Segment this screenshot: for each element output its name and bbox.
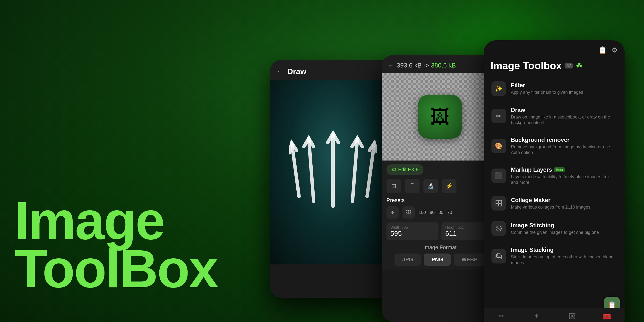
- menu-item-image-stacking[interactable]: Image Stacking Stack images on top of ea…: [488, 242, 621, 270]
- image-format-section: Image Format JPG PNG WEBP: [386, 244, 494, 266]
- draw-icon: ✏: [492, 109, 506, 123]
- draw-text: Draw Draw on image like in a sketchbook,…: [511, 106, 617, 126]
- image-quality-icon: 🖼: [402, 206, 415, 218]
- toolbox-menu-list: ✨ Filter Apply any filter chain to given…: [484, 76, 624, 272]
- image-format-title: Image Format: [386, 244, 494, 250]
- editor-back-icon[interactable]: ←: [388, 62, 394, 69]
- clover-icon: ☘: [576, 61, 583, 70]
- collage-maker-desc: Make various collages from 2..10 images: [511, 204, 617, 210]
- quality-numbers: 100 90 80 70: [418, 210, 452, 215]
- file-size-before: 393.6 kB ->: [397, 62, 431, 69]
- svg-rect-7: [496, 204, 498, 206]
- nav-image[interactable]: 🖼 Image: [554, 312, 589, 322]
- color-pick-tool[interactable]: 🔬: [424, 179, 438, 193]
- editor-header: ← 393.6 kB -> 380.6 kB: [382, 55, 498, 73]
- nav-create-icon: ✦: [534, 312, 539, 320]
- menu-item-bg-remover[interactable]: 🎨 Background remover Remove background f…: [488, 132, 621, 160]
- app-title-line2: ToolBox: [14, 245, 218, 293]
- editor-controls: 🏷 Edit EXIF ↺ ⊡ ⌒ 🔬 ⚡ Presets ℹ ✈ 🖼 100: [382, 160, 498, 270]
- filter-title: Filter: [511, 82, 617, 89]
- menu-item-image-stitching[interactable]: Image Stitching Combine the given images…: [488, 216, 621, 241]
- markup-layers-title: Markup Layers Beta: [511, 166, 617, 173]
- toolbox-title-row: Image Toolbox 67 ☘: [484, 58, 624, 76]
- image-stitching-desc: Combine the given images to get one big …: [511, 230, 617, 235]
- markup-layers-icon: ⬛: [492, 168, 506, 183]
- markup-layers-text: Markup Layers Beta Layers mode with abil…: [511, 166, 617, 186]
- file-size-after: 380.6 kB: [431, 62, 456, 69]
- svg-rect-8: [499, 204, 502, 206]
- markup-layers-desc: Layers mode with ability to freely place…: [511, 174, 617, 186]
- phone-draw: ← Draw ⚙: [270, 60, 396, 298]
- file-size-display: 393.6 kB -> 380.6 kB: [397, 62, 492, 69]
- bg-remover-text: Background remover Remove background fro…: [511, 136, 617, 156]
- collage-maker-title: Collage Maker: [511, 197, 617, 204]
- tool-icons-row: ⊡ ⌒ 🔬 ⚡: [386, 179, 494, 193]
- menu-item-markup-layers[interactable]: ⬛ Markup Layers Beta Layers mode with ab…: [488, 162, 621, 190]
- telegram-icon: ✈: [386, 206, 399, 218]
- menu-item-draw[interactable]: ✏ Draw Draw on image like in a sketchboo…: [488, 102, 621, 131]
- back-arrow-icon[interactable]: ←: [277, 68, 284, 76]
- draw-canvas[interactable]: [270, 80, 396, 264]
- bg-remover-desc: Remove background from image by drawing …: [511, 144, 617, 156]
- preview-overlay: 🖼: [382, 73, 498, 160]
- image-stacking-title: Image Stacking: [511, 246, 617, 253]
- format-buttons: JPG PNG WEBP: [386, 254, 494, 266]
- curve-tool[interactable]: ⌒: [405, 179, 420, 193]
- width-value: 595: [390, 230, 402, 237]
- bg-remover-icon: 🎨: [492, 139, 506, 153]
- toolbox-main-title: Image Toolbox: [490, 60, 562, 72]
- nav-edit[interactable]: ✏ Edit: [484, 312, 519, 322]
- filter-icon: ✨: [492, 81, 506, 96]
- png-format-button[interactable]: PNG: [424, 254, 451, 266]
- edit-exif-button[interactable]: 🏷 Edit EXIF: [386, 164, 424, 175]
- app-icon-glyph: 🖼: [430, 106, 450, 128]
- menu-item-filter[interactable]: ✨ Filter Apply any filter chain to given…: [488, 76, 621, 101]
- quality-80[interactable]: 80: [438, 210, 443, 215]
- wand-tool[interactable]: ⚡: [442, 179, 456, 193]
- image-stitching-title: Image Stitching: [511, 222, 617, 229]
- draw-title-menu: Draw: [511, 106, 617, 114]
- phones-container: ← Draw ⚙: [270, 0, 624, 322]
- crop-tool[interactable]: ⊡: [386, 179, 401, 193]
- quality-90[interactable]: 90: [430, 210, 434, 215]
- quality-70[interactable]: 70: [447, 210, 452, 215]
- toolbox-header: 📋 ⚙: [484, 40, 624, 58]
- settings-header-icon[interactable]: ⚙: [612, 46, 618, 54]
- jpg-format-button[interactable]: JPG: [394, 254, 421, 266]
- exif-row: 🏷 Edit EXIF ↺: [386, 164, 494, 175]
- height-label: Height 611: [445, 225, 490, 230]
- filter-desc: Apply any filter chain to given images: [511, 90, 617, 95]
- draw-header: ← Draw ⚙: [270, 60, 396, 80]
- phone-editor: ← 393.6 kB -> 380.6 kB 🖼 🏷 Edit EXIF ↺: [382, 55, 498, 322]
- image-stitching-icon: [492, 221, 506, 236]
- filter-text: Filter Apply any filter chain to given i…: [511, 82, 617, 95]
- bg-remover-title: Background remover: [511, 136, 617, 143]
- image-stacking-text: Image Stacking Stack images on top of ea…: [511, 246, 617, 266]
- nav-create[interactable]: ✦ Create: [519, 312, 554, 322]
- editor-preview-area: 🖼: [382, 73, 498, 160]
- svg-rect-12: [497, 253, 500, 256]
- webp-format-button[interactable]: WEBP: [454, 254, 485, 266]
- height-value: 611: [445, 230, 457, 237]
- nav-edit-icon: ✏: [498, 312, 504, 320]
- width-label: Width 595: [390, 225, 434, 230]
- bottom-nav: ✏ Edit ✦ Create 🖼 Image 🧰 Tools: [484, 308, 624, 322]
- nav-tools[interactable]: 🧰 Tools: [589, 312, 624, 322]
- phone-toolbox: 📋 ⚙ Image Toolbox 67 ☘ ✨ Filter Apply an…: [484, 40, 624, 322]
- left-title-area: Image ToolBox: [14, 197, 218, 293]
- beta-badge: Beta: [554, 167, 565, 172]
- svg-rect-6: [499, 200, 502, 203]
- collage-maker-icon: [492, 196, 506, 210]
- presets-label: Presets: [386, 197, 405, 204]
- clipboard-header-icon[interactable]: 📋: [598, 46, 607, 54]
- collage-maker-text: Collage Maker Make various collages from…: [511, 197, 617, 210]
- image-stitching-text: Image Stitching Combine the given images…: [511, 222, 617, 235]
- svg-rect-5: [496, 200, 498, 203]
- toolbox-version-badge: 67: [564, 63, 573, 68]
- image-stacking-desc: Stack images on top of each other with c…: [511, 254, 617, 266]
- quality-100[interactable]: 100: [418, 210, 426, 215]
- width-input[interactable]: Width 595 595: [386, 222, 438, 240]
- quality-row: ✈ 🖼 100 90 80 70: [386, 206, 494, 218]
- menu-item-collage-maker[interactable]: Collage Maker Make various collages from…: [488, 191, 621, 216]
- nav-tools-icon: 🧰: [603, 312, 611, 320]
